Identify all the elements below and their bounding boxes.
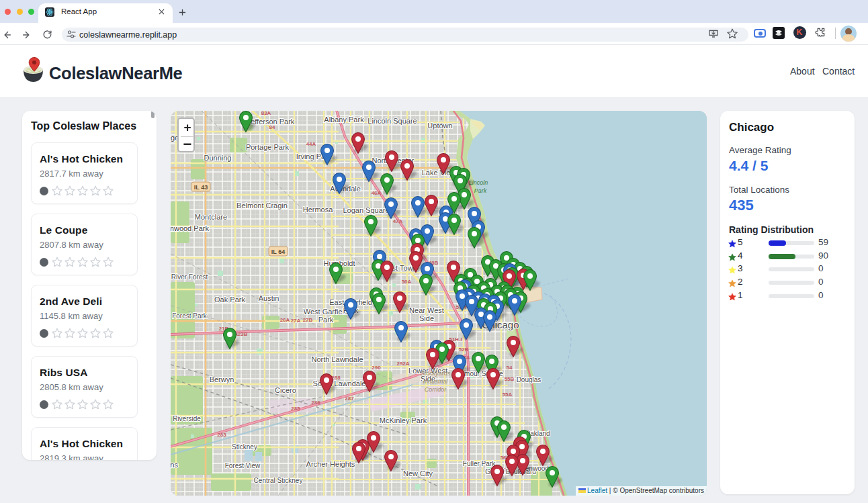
- svg-text:290: 290: [372, 365, 381, 371]
- svg-text:286: 286: [311, 400, 320, 406]
- svg-text:Lyons: Lyons: [171, 461, 178, 469]
- svg-text:23B: 23B: [238, 331, 248, 337]
- svg-text:Forest Park: Forest Park: [172, 312, 208, 320]
- svg-text:Montclare: Montclare: [195, 213, 227, 221]
- svg-text:Albany Park: Albany Park: [324, 116, 364, 124]
- svg-text:54: 54: [507, 365, 513, 371]
- svg-text:Stickney: Stickney: [232, 443, 257, 451]
- svg-text:West Garfield: West Garfield: [304, 308, 348, 316]
- svg-text:North Lawndale: North Lawndale: [311, 355, 363, 363]
- svg-text:283: 283: [217, 432, 226, 438]
- svg-text:Central Stickney: Central Stickney: [254, 477, 303, 484]
- svg-text:Logan Square: Logan Square: [343, 206, 389, 214]
- svg-text:Fuller Park: Fuller Park: [463, 460, 496, 467]
- svg-text:55B: 55B: [505, 376, 515, 382]
- svg-text:Park: Park: [474, 187, 487, 194]
- svg-text:52B: 52B: [459, 347, 469, 353]
- svg-text:Archer Heights: Archer Heights: [306, 460, 355, 468]
- svg-text:47A: 47A: [393, 218, 403, 224]
- svg-text:Elmwood Park: Elmwood Park: [171, 224, 209, 232]
- svg-text:Forest View: Forest View: [225, 462, 261, 469]
- svg-text:River Forest: River Forest: [171, 273, 208, 281]
- svg-text:Dunning: Dunning: [204, 154, 232, 162]
- svg-text:Berwyn: Berwyn: [210, 375, 234, 383]
- svg-text:287: 287: [345, 396, 354, 402]
- svg-text:IL 64: IL 64: [271, 248, 285, 255]
- svg-text:44A: 44A: [306, 141, 316, 147]
- svg-text:Corridor: Corridor: [425, 386, 447, 393]
- svg-text:IL 43: IL 43: [194, 184, 208, 191]
- svg-text:New City: New City: [403, 469, 433, 477]
- svg-text:26A: 26A: [280, 317, 290, 323]
- svg-text:50A: 50A: [402, 279, 412, 285]
- svg-text:285: 285: [291, 406, 300, 412]
- svg-text:Cicero: Cicero: [275, 386, 296, 394]
- svg-text:Side: Side: [419, 314, 434, 322]
- svg-text:27B: 27B: [303, 317, 313, 323]
- svg-text:Park: Park: [318, 316, 334, 324]
- svg-text:Lincoln Square: Lincoln Square: [367, 117, 417, 125]
- svg-text:Near West: Near West: [409, 306, 444, 314]
- svg-text:Stockyards: Stockyards: [421, 370, 451, 377]
- svg-text:Riverside: Riverside: [173, 415, 201, 422]
- svg-text:McKinley Park: McKinley Park: [380, 416, 427, 424]
- svg-text:Austin: Austin: [259, 294, 279, 302]
- svg-text:Douglas: Douglas: [517, 376, 541, 383]
- svg-text:46A: 46A: [372, 190, 382, 196]
- svg-text:55A: 55A: [503, 392, 513, 398]
- svg-text:292A: 292A: [396, 361, 409, 367]
- svg-text:Oak Park: Oak Park: [214, 295, 245, 304]
- svg-text:Portage Park: Portage Park: [246, 143, 290, 151]
- svg-text:Industrial: Industrial: [423, 378, 449, 385]
- svg-text:27A: 27A: [291, 318, 301, 324]
- svg-text:Belmont Cragin: Belmont Cragin: [236, 201, 288, 210]
- svg-text:Hermosa: Hermosa: [303, 205, 334, 214]
- svg-text:Uptown: Uptown: [427, 122, 452, 130]
- svg-text:83A: 83A: [261, 111, 271, 116]
